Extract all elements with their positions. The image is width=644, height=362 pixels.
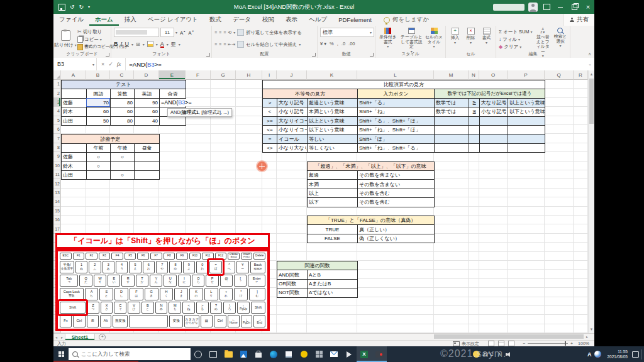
find-select-button[interactable]: 検索と選択▾ [553, 28, 567, 51]
ime-indicator[interactable]: A [587, 351, 592, 358]
display-settings-icon[interactable] [453, 341, 460, 346]
taskbar-recorder[interactable] [372, 346, 387, 362]
table-cell[interactable]: 大なりイコール [277, 117, 308, 126]
table-cell[interactable] [62, 144, 87, 153]
table-cell[interactable]: <= [263, 126, 277, 134]
table-cell[interactable]: 超過 [308, 171, 358, 180]
table-cell[interactable]: 等しくない [308, 144, 358, 153]
column-header-J[interactable]: J [277, 70, 307, 80]
table-cell[interactable]: Shift+「ね」、Shift+「ほ」 [358, 126, 435, 134]
underline-button[interactable]: U [125, 41, 130, 47]
table-cell[interactable]: その数を含まない [358, 171, 435, 180]
font-color-button[interactable]: A [160, 41, 164, 47]
table-cell[interactable]: 80 [111, 117, 135, 126]
insert-cells-button[interactable]: + 挿入▾ [448, 28, 462, 45]
table-cell[interactable]: Shift+「る」、Shift+「ほ」 [358, 117, 435, 126]
ribbon-tab-4[interactable]: 数式 [204, 14, 227, 26]
align-bottom-icon[interactable]: ≡ [223, 30, 226, 35]
scroll-right-icon[interactable]: ▸ [586, 334, 588, 339]
vertical-scroll-thumb[interactable] [589, 79, 594, 124]
restore-button[interactable] [569, 1, 579, 13]
taskbar-explorer[interactable] [221, 346, 236, 362]
format-cells-button[interactable]: 書式▾ [480, 28, 493, 45]
fill-button[interactable]: ↓フィル ▾ [499, 36, 533, 43]
table-cell[interactable] [508, 134, 545, 143]
speaker-icon[interactable] [506, 352, 511, 357]
table-cell[interactable]: NOT関数 [277, 288, 308, 297]
table-cell[interactable]: 山田 [62, 117, 87, 126]
taskbar-search[interactable]: ここに入力して検索 [69, 348, 191, 360]
row-header-6[interactable]: 6 [53, 125, 61, 134]
page-layout-view-icon[interactable] [498, 341, 504, 346]
table-cell[interactable]: 小なり記号 [277, 107, 308, 116]
row-header-8[interactable]: 8 [53, 143, 61, 152]
page-break-view-icon[interactable] [508, 341, 514, 346]
table-cell[interactable]: 比較演算式の見方 [263, 80, 545, 89]
account-avatar[interactable] [528, 3, 538, 12]
table-cell[interactable] [480, 126, 508, 134]
table-cell[interactable]: テスト [62, 80, 186, 89]
increase-decimal-button[interactable]: .0 [341, 41, 345, 47]
table-cell[interactable] [435, 117, 469, 126]
table-cell[interactable]: 小なり記号 [480, 107, 508, 116]
ribbon-tab-7[interactable]: 表示 [280, 14, 303, 26]
align-top-icon[interactable]: ≡ [214, 30, 217, 35]
decrease-decimal-button[interactable]: .00 [348, 41, 355, 47]
row-header-12[interactable]: 12 [53, 179, 61, 188]
taskbar-edge[interactable] [266, 346, 281, 362]
zoom-out-icon[interactable]: − [523, 341, 525, 346]
normal-view-icon[interactable] [488, 341, 494, 346]
display-settings-label[interactable]: 表示設定 [462, 341, 479, 347]
table-cell[interactable]: ○ [87, 153, 111, 162]
table-cell[interactable]: 算数 [111, 89, 135, 98]
table-cell[interactable]: 以下という意味 [308, 126, 358, 134]
table-cell[interactable] [135, 153, 160, 162]
redo-icon[interactable]: ↻ [79, 4, 84, 10]
bold-button[interactable]: B [114, 41, 118, 47]
table-cell[interactable]: 以下という意味 [508, 107, 545, 116]
taskbar-cortana[interactable] [191, 346, 206, 362]
table-cell[interactable]: 佐藤 [62, 99, 87, 107]
number-format-select[interactable]: 標準▾ [320, 28, 374, 37]
font-size-box[interactable]: 11 [160, 28, 174, 37]
table-cell[interactable]: 60 [111, 107, 135, 116]
table-cell[interactable]: Shift+「ね」 [358, 107, 435, 116]
minimize-button[interactable] [555, 1, 565, 13]
table-cell[interactable]: 50 [87, 117, 111, 126]
column-header-L[interactable]: L [357, 70, 434, 80]
orientation-icon[interactable]: ⟲ [228, 30, 231, 35]
sort-filter-button[interactable]: AZ▼ 並べ替えとフィルター▾ [535, 28, 551, 51]
notification-center-icon[interactable] [632, 351, 639, 358]
temperature-label[interactable]: 33°C [482, 351, 494, 357]
cell-styles-button[interactable]: セルのスタイル▾ [425, 28, 443, 50]
ribbon-tab-0[interactable]: ファイル [53, 14, 89, 26]
merge-center-button[interactable]: セルを結合して中央揃え [246, 41, 297, 48]
ribbon-tab-1[interactable]: ホーム [89, 14, 119, 26]
row-header-5[interactable]: 5 [53, 116, 61, 125]
row-header-1[interactable]: 1 [53, 80, 61, 89]
table-cell[interactable]: 以上という意味 [308, 117, 358, 126]
table-cell[interactable]: 入力ボタン [358, 89, 435, 98]
table-cell[interactable]: 真（正しい） [358, 225, 435, 234]
undo-icon[interactable]: ↺ [70, 4, 75, 10]
alignment-dialog-launcher[interactable] [312, 53, 316, 57]
table-cell[interactable]: 英語 [135, 89, 160, 98]
delete-cells-button[interactable]: × 削除▾ [464, 28, 477, 45]
table-cell[interactable] [469, 134, 480, 143]
table-cell[interactable]: その数を含まない [358, 180, 435, 189]
column-header-Q[interactable]: Q [545, 70, 574, 80]
table-cell[interactable]: ○ [111, 153, 135, 162]
taskbar-task-view[interactable] [206, 346, 221, 362]
table-cell[interactable]: 以上 [308, 189, 358, 198]
qat-more-icon[interactable]: ▾ [88, 5, 90, 9]
align-right-icon[interactable]: ≡ [223, 42, 226, 47]
shrink-font-icon[interactable]: A▼ [188, 30, 194, 36]
tell-me-box[interactable]: 何をしますか [377, 14, 435, 26]
grow-font-icon[interactable]: A▲ [180, 30, 186, 36]
borders-button[interactable]: ⊞ [136, 41, 140, 47]
table-cell[interactable]: 40 [135, 117, 160, 126]
table-cell[interactable] [62, 89, 87, 98]
table-cell[interactable]: 大なり記号 [277, 99, 308, 107]
column-header-O[interactable]: O [479, 70, 508, 80]
table-cell[interactable] [435, 134, 469, 143]
